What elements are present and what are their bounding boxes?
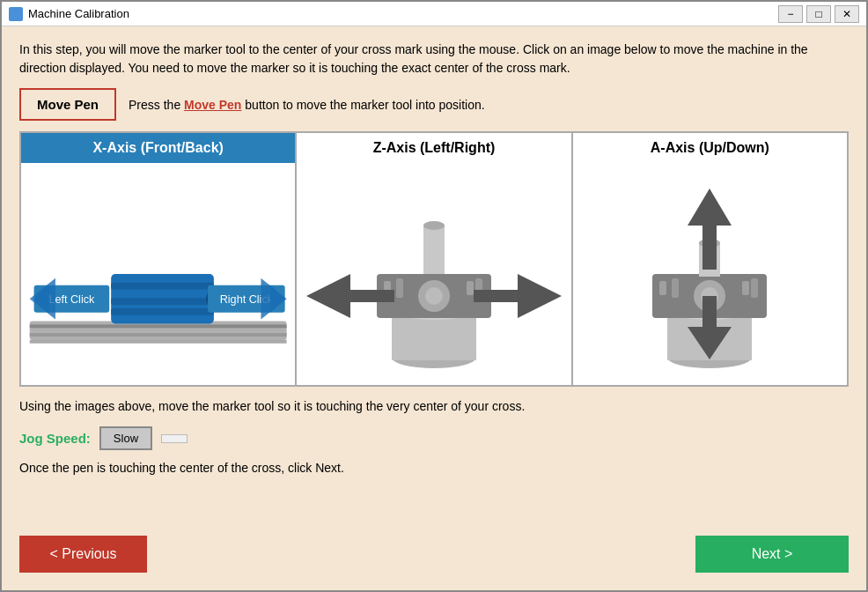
jog-speed-label: Jog Speed: (19, 431, 91, 446)
svg-rect-5 (111, 283, 214, 290)
svg-marker-47 (688, 189, 732, 226)
svg-rect-1 (30, 324, 287, 328)
move-pen-link[interactable]: Move Pen (184, 98, 241, 112)
a-axis-panel: A-Axis (Up/Down) (573, 133, 847, 385)
axis-instructions: Using the images above, move the marker … (19, 397, 849, 416)
title-bar: Machine Calibration − □ ✕ (2, 2, 866, 26)
svg-rect-34 (474, 290, 522, 302)
svg-rect-27 (467, 281, 474, 295)
move-pen-desc-prefix: Press the (129, 98, 184, 112)
svg-rect-7 (111, 308, 214, 315)
a-axis-header: A-Axis (Up/Down) (573, 133, 847, 163)
a-axis-svg (573, 173, 846, 375)
jog-speed-row: Jog Speed: Slow (19, 426, 849, 450)
axes-container: X-Axis (Front/Back) (19, 131, 849, 387)
svg-rect-0 (30, 322, 287, 340)
close-button[interactable]: ✕ (835, 5, 859, 23)
svg-rect-50 (702, 296, 717, 331)
minimize-button[interactable]: − (778, 5, 803, 23)
svg-marker-17 (30, 278, 55, 320)
svg-rect-40 (672, 278, 679, 298)
svg-rect-48 (702, 221, 717, 270)
z-axis-visual[interactable] (297, 163, 570, 385)
svg-rect-42 (751, 278, 758, 298)
jog-fast-button[interactable] (161, 434, 188, 443)
z-axis-header: Z-Axis (Left/Right) (297, 133, 570, 163)
intro-text: In this step, you will move the marker t… (19, 41, 849, 78)
x-axis-header: X-Axis (Front/Back) (21, 133, 295, 163)
svg-rect-33 (346, 290, 394, 302)
svg-marker-18 (261, 278, 286, 320)
a-axis-visual[interactable] (573, 163, 847, 385)
window-icon (9, 7, 23, 21)
next-button[interactable]: Next > (695, 536, 849, 573)
z-axis-panel: Z-Axis (Left/Right) (297, 133, 572, 385)
previous-button[interactable]: < Previous (19, 536, 147, 573)
jog-slow-button[interactable]: Slow (99, 426, 152, 450)
x-axis-panel: X-Axis (Front/Back) (21, 133, 297, 385)
window-controls: − □ ✕ (778, 5, 859, 23)
main-window: Machine Calibration − □ ✕ In this step, … (0, 0, 868, 592)
move-pen-row: Move Pen Press the Move Pen button to mo… (19, 88, 849, 121)
svg-point-30 (425, 287, 443, 305)
move-pen-description: Press the Move Pen button to move the ma… (129, 98, 485, 112)
svg-marker-31 (306, 274, 350, 318)
svg-point-23 (423, 221, 445, 230)
content-area: In this step, you will move the marker t… (2, 26, 866, 590)
restore-button[interactable]: □ (806, 5, 831, 23)
move-pen-desc-suffix: button to move the marker tool into posi… (241, 98, 484, 112)
svg-marker-32 (518, 274, 562, 318)
svg-rect-39 (659, 281, 666, 295)
svg-rect-3 (30, 340, 287, 344)
svg-text:Left Click: Left Click (48, 293, 95, 306)
move-pen-button[interactable]: Move Pen (19, 88, 116, 121)
final-note: Once the pen is touching the center of t… (19, 461, 849, 475)
x-axis-svg: Left Click Right Click (21, 173, 295, 375)
svg-rect-6 (111, 298, 214, 305)
window-title: Machine Calibration (28, 7, 778, 20)
bottom-navigation: < Previous Next > (19, 536, 849, 576)
svg-rect-26 (396, 278, 403, 298)
x-axis-visual[interactable]: Left Click Right Click (21, 163, 295, 385)
svg-rect-41 (742, 281, 749, 295)
svg-rect-2 (30, 333, 287, 337)
z-axis-svg (298, 173, 570, 375)
